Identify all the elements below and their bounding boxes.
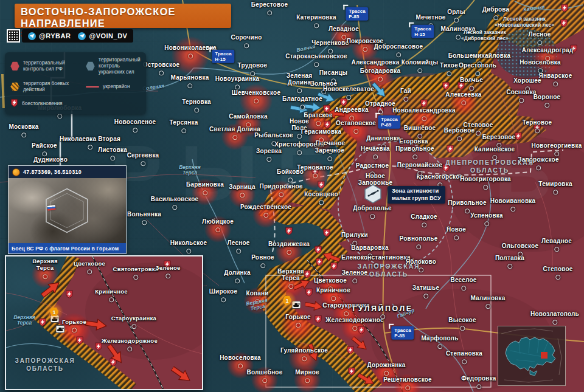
town-dot bbox=[127, 346, 132, 351]
inset-towns-layer: Верхняя ТерсаЦветковоеСвятопетровкаЗелен… bbox=[6, 256, 202, 389]
river-label: Верхняя Терса bbox=[13, 315, 35, 326]
road-sign: Трасса Р-85 bbox=[346, 7, 368, 21]
telegram-badge-voindv: @VOIN_DV bbox=[78, 32, 127, 40]
channels-bar: @RYBAR @VOIN_DV bbox=[22, 29, 133, 43]
photo-caption: Боец ВС РФ с флагом России в Горьком bbox=[12, 246, 119, 252]
road-sign: Трасса Р-85 bbox=[391, 326, 414, 340]
drone-icon bbox=[363, 184, 383, 207]
legend-label: территория боевых действий bbox=[23, 81, 82, 93]
road-sign: Трасса Р-85 bbox=[378, 115, 400, 129]
town-label: Староукраинка bbox=[111, 315, 156, 322]
photo-inset: 47.873369, 36.510310 Боец ВС РФ с флагом… bbox=[8, 165, 127, 254]
legend-label: территориальный контроль украинских сил bbox=[99, 57, 144, 75]
legend-items: территориальный контроль сил РФтерритори… bbox=[10, 57, 141, 109]
town-label: Железнодорожное bbox=[102, 338, 158, 345]
legend-item-fortified-line: укрепрайон bbox=[86, 81, 144, 93]
town-label: Цветковое bbox=[74, 261, 105, 267]
town-dot bbox=[133, 275, 138, 280]
forest-label: Лесной заказник «Дибровский лес» bbox=[461, 29, 509, 41]
legend-clashes-icon bbox=[10, 98, 18, 109]
town-dot bbox=[165, 273, 170, 278]
town-dot bbox=[109, 297, 114, 302]
legend-panel: территориальный контроль сил РФтерритори… bbox=[5, 52, 146, 114]
legend-item-combat-zone: территория боевых действий bbox=[10, 81, 82, 93]
town-dot bbox=[87, 269, 92, 274]
legend-label: укрепрайон bbox=[103, 84, 130, 90]
region-label: ЗАПОРОЖСКАЯ ОБЛАСТЬ bbox=[15, 357, 75, 373]
river-label: Гайчур bbox=[396, 308, 415, 320]
hexagon-reticle-icon bbox=[9, 178, 126, 243]
map-title: ВОСТОЧНО-ЗАПОРОЖСКОЕ НАПРАВЛЕНИЕ bbox=[21, 6, 225, 29]
location-pin-icon bbox=[12, 168, 20, 176]
road-sign: Трасса Н-15 bbox=[411, 25, 434, 38]
town-label: Верхняя Терса bbox=[32, 258, 58, 271]
telegram-icon bbox=[78, 32, 86, 40]
telegram-icon bbox=[28, 32, 36, 40]
legend-item-clashes: боестолкновения bbox=[10, 98, 82, 109]
channel-label: @RYBAR bbox=[39, 32, 71, 40]
minimap-highlight-marker bbox=[541, 352, 548, 359]
title-banner: ВОСТОЧНО-ЗАПОРОЖСКОЕ НАПРАВЛЕНИЕ 28 февр… bbox=[15, 4, 231, 28]
town-dot bbox=[43, 274, 47, 279]
legend-item-ua-control: территориальный контроль украинских сил bbox=[86, 57, 144, 75]
legend-fortified-line-icon bbox=[86, 86, 99, 88]
region-label: ДНЕПРОПЕТРОВСКАЯ ОБЛАСТЬ bbox=[445, 159, 534, 174]
photo-coordinates: 47.873369, 36.510310 bbox=[23, 169, 82, 175]
russian-flag-icon bbox=[47, 205, 55, 211]
town-dot bbox=[131, 324, 136, 329]
town-label: Криничное bbox=[95, 289, 128, 295]
ua-activity-callout: Зона активности малых групп ВСУ bbox=[388, 186, 445, 204]
town-label: Горькое bbox=[62, 319, 86, 326]
river-label: Верхняя Терса bbox=[179, 165, 201, 176]
river-label: Верхняя Терса bbox=[246, 298, 269, 313]
legend-item-rf-control: территориальный контроль сил РФ bbox=[10, 57, 82, 75]
town-label: Зеленое bbox=[155, 265, 180, 272]
legend-ua-control-icon bbox=[86, 61, 95, 70]
zoom-inset-map: 1 Верхняя ТерсаЦветковоеСвятопетровкаЗел… bbox=[5, 255, 203, 390]
war-map: РЫБАРЬ 1 БерестовоеКатериновкаСорочиноЧе… bbox=[0, 0, 584, 392]
road-sign: Трасса Н-15 bbox=[212, 50, 234, 63]
legend-label: территориальный контроль сил РФ bbox=[23, 60, 82, 72]
qr-code bbox=[7, 29, 20, 43]
river-label: Каменка bbox=[523, 4, 545, 13]
channel-label: @VOIN_DV bbox=[89, 32, 127, 40]
ukraine-minimap bbox=[498, 326, 566, 386]
forest-label: Лесной заказник «Новопавловский лес» bbox=[495, 16, 554, 28]
legend-label: боестолкновения bbox=[22, 101, 63, 107]
legend-combat-zone-icon bbox=[10, 82, 19, 91]
callout-text: Зона активности малых групп ВСУ bbox=[392, 188, 441, 202]
river-label: Волчья bbox=[296, 44, 316, 53]
photo-caption-bar: Боец ВС РФ с флагом России в Горьком bbox=[9, 243, 126, 253]
photo-coordinates-bar: 47.873369, 36.510310 bbox=[9, 166, 126, 178]
region-label: ЗАПОРОЖСКАЯ ОБЛАСТЬ bbox=[358, 263, 420, 278]
legend-rf-control-icon bbox=[10, 61, 19, 70]
photo-image bbox=[9, 178, 126, 243]
telegram-badge-rybar: @RYBAR bbox=[28, 32, 71, 40]
town-label: Святопетровка bbox=[113, 266, 159, 273]
town-dot bbox=[72, 328, 77, 332]
